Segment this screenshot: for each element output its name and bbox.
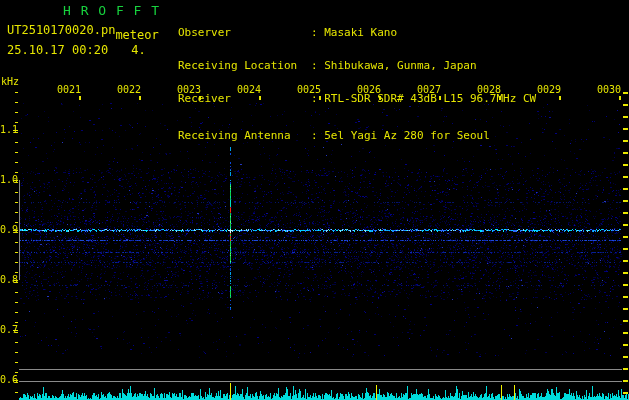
file-suffix: meteor [115,28,158,42]
time-tick-label: 0025 [295,84,321,95]
freq-tick-label: 0.6 [0,374,18,385]
file-name-line: UT2510170020.pnmeteor [7,23,159,37]
time-tick-label: 0028 [475,84,501,95]
info-row-antenna: Receiving Antenna: 5el Yagi Az 280 for S… [178,130,536,141]
info-label: Receiving Antenna [178,130,311,141]
time-tick-label: 0030 [595,84,621,95]
freq-tick-label: 0.9 [0,224,18,235]
freq-unit-label: kHz [1,76,19,87]
info-label: Observer [178,27,311,38]
info-row-observer: Observer: Masaki Kano [178,27,536,38]
info-row-location: Receiving Location: Shibukawa, Gunma, Ja… [178,60,536,71]
time-tick-label: 0024 [235,84,261,95]
freq-tick-label: 1.0 [0,174,18,185]
time-tick-label: 0023 [175,84,201,95]
info-value: Shibukawa, Gunma, Japan [324,59,476,72]
file-name: UT2510170020.pn [7,23,115,37]
time-tick-label: 0026 [355,84,381,95]
freq-tick-label: 1.1 [0,124,18,135]
app-title: H R O F F T [63,3,160,18]
time-tick-label: 0027 [415,84,441,95]
freq-tick-label: 0.8 [0,274,18,285]
datetime-text: 25.10.17 00:20 [7,43,108,57]
date-line: 25.10.17 00:204. [7,43,146,57]
info-value: Masaki Kano [324,26,397,39]
info-value: 5el Yagi Az 280 for Seoul [324,129,490,142]
hrofft-screen: H R O F F T UT2510170020.pnmeteor 25.10.… [0,0,629,400]
time-tick-label: 0029 [535,84,561,95]
freq-tick-label: 0.7 [0,324,18,335]
event-count: 4. [131,43,145,57]
time-tick-label: 0022 [115,84,141,95]
time-tick-label: 0021 [55,84,81,95]
info-label: Receiving Location [178,60,311,71]
